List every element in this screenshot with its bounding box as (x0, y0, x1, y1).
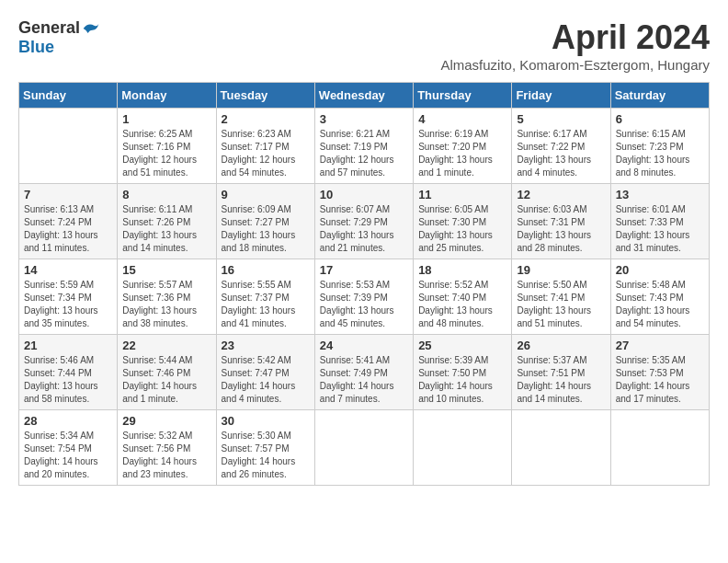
day-info: Sunrise: 5:30 AM Sunset: 7:57 PM Dayligh… (222, 430, 310, 481)
day-number: 20 (616, 263, 704, 277)
calendar-cell: 15Sunrise: 5:57 AM Sunset: 7:36 PM Dayli… (118, 259, 216, 335)
day-info: Sunrise: 6:05 AM Sunset: 7:30 PM Dayligh… (418, 203, 506, 255)
logo-general: General (18, 18, 80, 38)
calendar-cell: 18Sunrise: 5:52 AM Sunset: 7:40 PM Dayli… (414, 259, 512, 335)
calendar-week-2: 7Sunrise: 6:13 AM Sunset: 7:24 PM Daylig… (19, 184, 710, 259)
title-area: April 2024 Almasfuzito, Komarom-Esztergo… (440, 18, 710, 73)
day-number: 24 (320, 339, 408, 352)
day-number: 6 (616, 112, 704, 126)
calendar-week-4: 21Sunrise: 5:46 AM Sunset: 7:44 PM Dayli… (19, 335, 710, 410)
calendar-cell (610, 410, 709, 486)
header-tuesday: Tuesday (216, 83, 314, 109)
day-info: Sunrise: 6:21 AM Sunset: 7:19 PM Dayligh… (320, 128, 408, 179)
day-info: Sunrise: 6:09 AM Sunset: 7:27 PM Dayligh… (222, 203, 310, 255)
calendar-table: SundayMondayTuesdayWednesdayThursdayFrid… (18, 82, 710, 486)
calendar-week-5: 28Sunrise: 5:34 AM Sunset: 7:54 PM Dayli… (19, 410, 710, 486)
day-info: Sunrise: 6:23 AM Sunset: 7:17 PM Dayligh… (222, 128, 310, 179)
calendar-cell: 14Sunrise: 5:59 AM Sunset: 7:34 PM Dayli… (19, 259, 118, 335)
day-info: Sunrise: 5:32 AM Sunset: 7:56 PM Dayligh… (122, 430, 210, 481)
calendar-week-3: 14Sunrise: 5:59 AM Sunset: 7:34 PM Dayli… (19, 259, 710, 335)
calendar-cell: 29Sunrise: 5:32 AM Sunset: 7:56 PM Dayli… (118, 410, 216, 486)
day-number: 3 (320, 112, 408, 126)
day-number: 13 (616, 188, 704, 201)
day-info: Sunrise: 6:25 AM Sunset: 7:16 PM Dayligh… (122, 128, 210, 179)
day-number: 21 (24, 339, 112, 352)
calendar-cell: 19Sunrise: 5:50 AM Sunset: 7:41 PM Dayli… (512, 259, 610, 335)
calendar-cell: 24Sunrise: 5:41 AM Sunset: 7:49 PM Dayli… (314, 335, 413, 410)
day-number: 8 (122, 188, 210, 201)
day-number: 18 (418, 263, 506, 277)
calendar-cell: 28Sunrise: 5:34 AM Sunset: 7:54 PM Dayli… (19, 410, 118, 486)
day-number: 26 (517, 339, 605, 352)
location: Almasfuzito, Komarom-Esztergom, Hungary (440, 57, 710, 73)
calendar-cell: 23Sunrise: 5:42 AM Sunset: 7:47 PM Dayli… (216, 335, 314, 410)
logo-blue: Blue (18, 38, 54, 57)
day-info: Sunrise: 6:17 AM Sunset: 7:22 PM Dayligh… (517, 128, 605, 179)
day-info: Sunrise: 5:41 AM Sunset: 7:49 PM Dayligh… (320, 354, 408, 406)
calendar-cell: 4Sunrise: 6:19 AM Sunset: 7:20 PM Daylig… (414, 109, 512, 184)
calendar-cell: 6Sunrise: 6:15 AM Sunset: 7:23 PM Daylig… (610, 109, 709, 184)
day-number: 1 (122, 112, 210, 126)
day-number: 14 (24, 263, 112, 277)
day-info: Sunrise: 6:01 AM Sunset: 7:33 PM Dayligh… (616, 203, 704, 255)
day-number: 7 (24, 188, 112, 201)
day-info: Sunrise: 5:46 AM Sunset: 7:44 PM Dayligh… (24, 354, 112, 406)
day-info: Sunrise: 5:55 AM Sunset: 7:37 PM Dayligh… (222, 279, 310, 330)
calendar-cell: 5Sunrise: 6:17 AM Sunset: 7:22 PM Daylig… (512, 109, 610, 184)
header-sunday: Sunday (19, 83, 118, 109)
day-number: 27 (616, 339, 704, 352)
day-number: 12 (517, 188, 605, 201)
day-number: 9 (222, 188, 310, 201)
header-wednesday: Wednesday (314, 83, 413, 109)
calendar-header-row: SundayMondayTuesdayWednesdayThursdayFrid… (19, 83, 710, 109)
calendar-cell (414, 410, 512, 486)
day-number: 23 (222, 339, 310, 352)
day-info: Sunrise: 5:42 AM Sunset: 7:47 PM Dayligh… (222, 354, 310, 406)
day-number: 22 (122, 339, 210, 352)
day-info: Sunrise: 5:52 AM Sunset: 7:40 PM Dayligh… (418, 279, 506, 330)
calendar-cell: 8Sunrise: 6:11 AM Sunset: 7:26 PM Daylig… (118, 184, 216, 259)
day-info: Sunrise: 6:07 AM Sunset: 7:29 PM Dayligh… (320, 203, 408, 255)
day-info: Sunrise: 5:50 AM Sunset: 7:41 PM Dayligh… (517, 279, 605, 330)
day-info: Sunrise: 6:13 AM Sunset: 7:24 PM Dayligh… (24, 203, 112, 255)
calendar-cell: 26Sunrise: 5:37 AM Sunset: 7:51 PM Dayli… (512, 335, 610, 410)
calendar-cell: 30Sunrise: 5:30 AM Sunset: 7:57 PM Dayli… (216, 410, 314, 486)
calendar-cell: 22Sunrise: 5:44 AM Sunset: 7:46 PM Dayli… (118, 335, 216, 410)
day-info: Sunrise: 6:15 AM Sunset: 7:23 PM Dayligh… (616, 128, 704, 179)
day-info: Sunrise: 5:37 AM Sunset: 7:51 PM Dayligh… (517, 354, 605, 406)
calendar-cell: 11Sunrise: 6:05 AM Sunset: 7:30 PM Dayli… (414, 184, 512, 259)
day-info: Sunrise: 5:53 AM Sunset: 7:39 PM Dayligh… (320, 279, 408, 330)
header-saturday: Saturday (610, 83, 709, 109)
day-info: Sunrise: 5:57 AM Sunset: 7:36 PM Dayligh… (122, 279, 210, 330)
day-number: 29 (122, 414, 210, 428)
day-number: 2 (222, 112, 310, 126)
calendar-cell: 12Sunrise: 6:03 AM Sunset: 7:31 PM Dayli… (512, 184, 610, 259)
day-number: 28 (24, 414, 112, 428)
calendar-cell: 25Sunrise: 5:39 AM Sunset: 7:50 PM Dayli… (414, 335, 512, 410)
calendar-cell (512, 410, 610, 486)
calendar-cell (314, 410, 413, 486)
header-monday: Monday (118, 83, 216, 109)
day-info: Sunrise: 5:34 AM Sunset: 7:54 PM Dayligh… (24, 430, 112, 481)
day-info: Sunrise: 5:59 AM Sunset: 7:34 PM Dayligh… (24, 279, 112, 330)
day-info: Sunrise: 5:44 AM Sunset: 7:46 PM Dayligh… (122, 354, 210, 406)
day-number: 19 (517, 263, 605, 277)
calendar-cell: 27Sunrise: 5:35 AM Sunset: 7:53 PM Dayli… (610, 335, 709, 410)
header-thursday: Thursday (414, 83, 512, 109)
day-number: 5 (517, 112, 605, 126)
day-info: Sunrise: 6:03 AM Sunset: 7:31 PM Dayligh… (517, 203, 605, 255)
page-header: General Blue April 2024 Almasfuzito, Kom… (18, 18, 710, 73)
month-title: April 2024 (440, 18, 710, 57)
calendar-cell: 1Sunrise: 6:25 AM Sunset: 7:16 PM Daylig… (118, 109, 216, 184)
day-info: Sunrise: 5:35 AM Sunset: 7:53 PM Dayligh… (616, 354, 704, 406)
logo: General Blue (18, 18, 100, 57)
day-number: 16 (222, 263, 310, 277)
day-info: Sunrise: 5:39 AM Sunset: 7:50 PM Dayligh… (418, 354, 506, 406)
calendar-cell: 3Sunrise: 6:21 AM Sunset: 7:19 PM Daylig… (314, 109, 413, 184)
calendar-cell (19, 109, 118, 184)
calendar-week-1: 1Sunrise: 6:25 AM Sunset: 7:16 PM Daylig… (19, 109, 710, 184)
day-number: 17 (320, 263, 408, 277)
calendar-cell: 9Sunrise: 6:09 AM Sunset: 7:27 PM Daylig… (216, 184, 314, 259)
day-number: 10 (320, 188, 408, 201)
calendar-cell: 21Sunrise: 5:46 AM Sunset: 7:44 PM Dayli… (19, 335, 118, 410)
